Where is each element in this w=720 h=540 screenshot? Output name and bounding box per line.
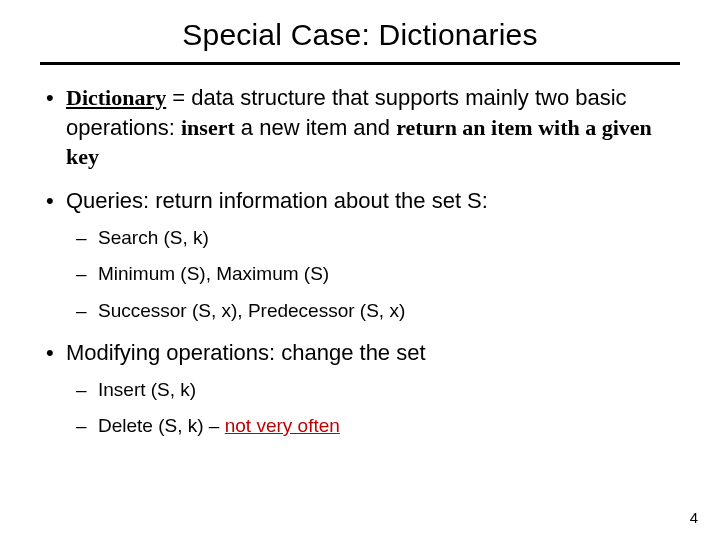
bullet-list: Dictionary = data structure that support… xyxy=(40,83,680,439)
sub-item: Delete (S, k) – not very often xyxy=(66,414,680,439)
term-insert: insert xyxy=(181,115,235,140)
queries-sublist: Search (S, k) Minimum (S), Maximum (S) S… xyxy=(66,226,680,324)
sub-item: Search (S, k) xyxy=(66,226,680,251)
sub-item: Minimum (S), Maximum (S) xyxy=(66,262,680,287)
term-dictionary: Dictionary xyxy=(66,85,166,110)
bullet-modifying: Modifying operations: change the set Ins… xyxy=(40,338,680,439)
text: a new item and xyxy=(235,115,396,140)
sub-item: Successor (S, x), Predecessor (S, x) xyxy=(66,299,680,324)
text-emphasis: not very often xyxy=(225,415,340,436)
title-rule xyxy=(40,62,680,65)
page-number: 4 xyxy=(690,509,698,526)
modifying-sublist: Insert (S, k) Delete (S, k) – not very o… xyxy=(66,378,680,439)
text: change the set xyxy=(281,340,425,365)
text: Queries: xyxy=(66,188,155,213)
slide: Special Case: Dictionaries Dictionary = … xyxy=(0,0,720,540)
slide-title: Special Case: Dictionaries xyxy=(40,18,680,52)
sub-item: Insert (S, k) xyxy=(66,378,680,403)
bullet-dictionary: Dictionary = data structure that support… xyxy=(40,83,680,172)
text: Modifying operations: xyxy=(66,340,281,365)
bullet-queries: Queries: return information about the se… xyxy=(40,186,680,324)
text: return information about the set S: xyxy=(155,188,488,213)
text: Delete (S, k) – xyxy=(98,415,225,436)
text: = xyxy=(166,85,191,110)
